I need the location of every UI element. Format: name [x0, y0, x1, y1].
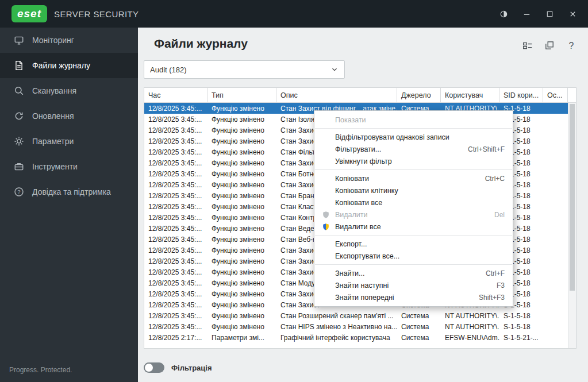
column-header[interactable]: Час	[144, 88, 207, 102]
menu-item[interactable]: Видалити все	[314, 221, 513, 233]
cell-time: 12/8/2025 3:45:...	[144, 245, 207, 256]
menu-item[interactable]: КопіюватиCtrl+C	[314, 172, 513, 184]
cell-time: 12/8/2025 3:45:...	[144, 321, 207, 332]
column-header[interactable]: Тип	[207, 88, 276, 102]
cell-type: Функцію змінено	[207, 179, 276, 190]
page-title: Файли журналу	[154, 37, 248, 51]
filter-toggle[interactable]	[144, 362, 164, 373]
cell-time: 12/8/2025 3:45:...	[144, 157, 207, 168]
menu-separator	[315, 169, 512, 170]
menu-item[interactable]: Копіювати все	[314, 196, 513, 209]
scrollbar-thumb[interactable]	[570, 104, 575, 291]
shield-icon	[319, 210, 333, 219]
cell-os	[543, 332, 568, 343]
table-row[interactable]: 12/8/2025 3:45:...Функцію зміненоСтан Ро…	[144, 310, 576, 321]
menu-shortcut: Ctrl+Shift+F	[456, 145, 505, 153]
sidebar-item-tools[interactable]: Інструменти	[0, 154, 138, 179]
column-header[interactable]: Користувач	[441, 88, 499, 102]
menu-item[interactable]: Увімкнути фільтр	[314, 155, 513, 167]
monitoring-icon	[14, 35, 24, 45]
menu-item-label: Відфільтровувати однакові записи	[335, 133, 449, 141]
menu-item[interactable]: Знайти попередніShift+F3	[314, 291, 513, 303]
cell-time: 12/8/2025 3:45:...	[144, 310, 207, 321]
sidebar-item-log-files[interactable]: Файли журналу	[0, 53, 138, 78]
titlebar: eset SERVER SECURITY	[0, 0, 588, 28]
cell-os	[543, 321, 568, 332]
menu-item-label: Копіювати	[335, 175, 369, 183]
menu-shortcut: Shift+F3	[467, 294, 505, 302]
close-button[interactable]	[563, 5, 582, 22]
cell-os	[543, 179, 568, 190]
sidebar-item-label: Файли журналу	[32, 61, 90, 70]
log-type-dropdown[interactable]: Audit (182)	[144, 60, 345, 79]
update-icon	[14, 111, 24, 121]
cell-os	[543, 201, 568, 212]
menu-separator	[315, 128, 512, 129]
cell-type: Функцію змінено	[207, 245, 276, 256]
contrast-theme-icon[interactable]	[494, 5, 513, 22]
cell-type: Функцію змінено	[207, 114, 276, 125]
sidebar-item-label: Інструменти	[32, 162, 78, 171]
sidebar-item-settings[interactable]: Параметри	[0, 129, 138, 154]
column-header[interactable]: Ос...	[543, 88, 568, 102]
column-header[interactable]: Опис	[276, 88, 397, 102]
cell-type: Функцію змінено	[207, 288, 276, 299]
cell-type: Функцію змінено	[207, 234, 276, 245]
cell-type: Функцію змінено	[207, 310, 276, 321]
cell-type: Функцію змінено	[207, 277, 276, 288]
menu-icon-empty	[319, 269, 333, 278]
menu-item[interactable]: Експорт...	[314, 238, 513, 250]
column-header[interactable]: SID кори...	[499, 88, 543, 102]
copy-windows-icon[interactable]	[543, 39, 556, 52]
cell-time: 12/8/2025 3:45:...	[144, 212, 207, 223]
cell-type: Параметри змі...	[207, 332, 276, 343]
cell-sid: S-1-5-21-...	[499, 332, 543, 343]
sidebar-item-label: Моніторинг	[32, 36, 74, 45]
cell-type: Функцію змінено	[207, 157, 276, 168]
cell-os	[543, 114, 568, 125]
cell-os	[543, 288, 568, 299]
cell-os	[543, 125, 568, 136]
sidebar-item-scan[interactable]: Сканування	[0, 78, 138, 103]
cell-time: 12/8/2025 3:45:...	[144, 234, 207, 245]
cell-time: 12/8/2025 3:45:...	[144, 223, 207, 234]
column-header-filler	[568, 88, 576, 102]
columns-icon[interactable]	[521, 39, 534, 52]
context-menu: ПоказатиВідфільтровувати однакові записи…	[314, 110, 513, 307]
table-row[interactable]: 12/8/2025 2:17:...Параметри змі...Графіч…	[144, 332, 576, 343]
menu-item-label: Експортувати все...	[335, 252, 399, 260]
menu-icon-empty	[319, 115, 333, 125]
menu-icon-empty	[319, 157, 333, 166]
menu-item[interactable]: Копіювати клітинку	[314, 184, 513, 196]
cell-type: Функцію змінено	[207, 168, 276, 179]
log-files-icon	[14, 60, 24, 71]
menu-shortcut: Del	[483, 211, 505, 219]
settings-icon	[14, 136, 24, 146]
menu-item: ВидалитиDel	[314, 209, 513, 221]
maximize-button[interactable]	[540, 5, 559, 22]
sidebar-item-help-support[interactable]: ?Довідка та підтримка	[0, 179, 138, 204]
menu-item[interactable]: Експортувати все...	[314, 250, 513, 262]
menu-shortcut: Ctrl+C	[474, 175, 505, 183]
menu-item[interactable]: Знайти...Ctrl+F	[314, 267, 513, 279]
cell-user: EFSW-ENU\Adm...	[441, 332, 499, 343]
menu-item[interactable]: Знайти наступніF3	[314, 279, 513, 291]
minimize-button[interactable]	[517, 5, 536, 22]
menu-icon-empty	[319, 281, 333, 290]
menu-item-label: Видалити все	[335, 223, 381, 231]
column-header[interactable]: Джерело	[397, 88, 441, 102]
vertical-scrollbar[interactable]	[568, 103, 576, 348]
help-glyph-icon[interactable]: ?	[565, 39, 578, 52]
sidebar-item-monitoring[interactable]: Моніторинг	[0, 28, 138, 53]
menu-icon-empty	[319, 252, 333, 261]
help-icon: ?	[14, 187, 24, 197]
menu-item[interactable]: Відфільтровувати однакові записи	[314, 131, 513, 143]
sidebar-item-update[interactable]: Оновлення	[0, 103, 138, 129]
cell-type: Функцію змінено	[207, 146, 276, 157]
menu-item[interactable]: Фільтрувати...Ctrl+Shift+F	[314, 143, 513, 155]
table-row[interactable]: 12/8/2025 3:45:...Функцію зміненоСтан HI…	[144, 321, 576, 332]
cell-time: 12/8/2025 3:45:...	[144, 103, 207, 114]
cell-desc: Стан HIPS змінено з Неактивно на...	[276, 321, 397, 332]
cell-os	[543, 256, 568, 267]
menu-icon-empty	[319, 198, 333, 207]
